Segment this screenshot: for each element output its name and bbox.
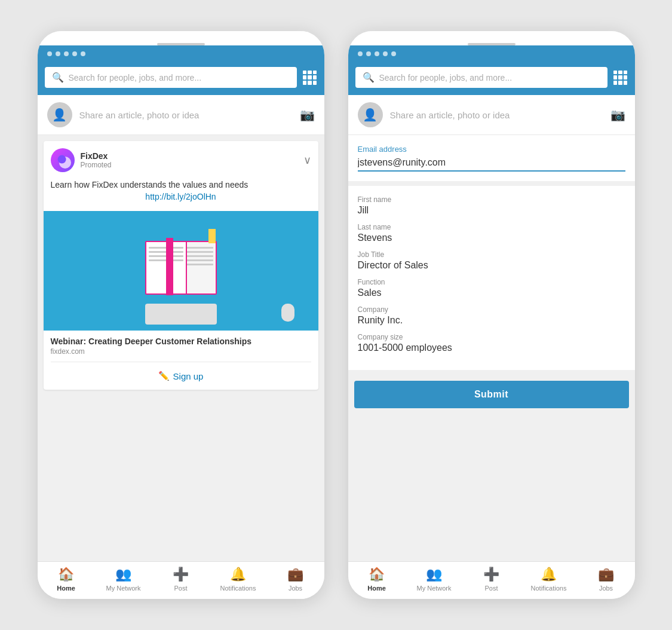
grid-dot bbox=[308, 71, 312, 75]
ad-card: FixDex Promoted ∨ Learn how FixDex under… bbox=[44, 141, 318, 390]
first-name-field: First name Jill bbox=[358, 195, 625, 216]
share-text-left[interactable]: Share an article, photo or idea bbox=[79, 110, 293, 120]
ad-bottom: Webinar: Creating Deeper Customer Relati… bbox=[44, 331, 318, 390]
nav-post-right[interactable]: ➕ Post bbox=[463, 567, 520, 592]
first-name-label: First name bbox=[358, 195, 625, 204]
nav-notifications-left[interactable]: 🔔 Notifications bbox=[210, 567, 267, 592]
nav-network-right[interactable]: 👥 My Network bbox=[406, 567, 463, 592]
grid-icon-left[interactable] bbox=[303, 71, 317, 85]
form-container: Email address First name Jill Last name … bbox=[348, 135, 635, 561]
grid-dot-r bbox=[624, 71, 628, 75]
grid-dot bbox=[303, 81, 307, 85]
nav-notifications-label-left: Notifications bbox=[220, 585, 256, 592]
function-label: Function bbox=[358, 278, 625, 286]
header-left: 🔍 Search for people, jobs, and more... bbox=[38, 62, 324, 95]
camera-icon-left[interactable]: 📷 bbox=[300, 108, 315, 122]
nav-network-label-right: My Network bbox=[416, 585, 451, 592]
chevron-down-icon[interactable]: ∨ bbox=[303, 154, 311, 167]
ad-company-name: FixDex bbox=[81, 151, 297, 161]
grid-dot bbox=[313, 75, 317, 79]
email-section: Email address bbox=[348, 135, 635, 181]
bell-icon-right: 🔔 bbox=[541, 567, 557, 582]
grid-dot-r bbox=[618, 81, 622, 85]
profile-section: First name Jill Last name Stevens Job Ti… bbox=[348, 186, 635, 370]
dot-1 bbox=[47, 51, 52, 56]
nav-network-label-left: My Network bbox=[106, 585, 140, 592]
bottom-nav-right: 🏠 Home 👥 My Network ➕ Post 🔔 Notificatio… bbox=[348, 561, 635, 599]
job-title-value: Director of Sales bbox=[358, 260, 625, 271]
nav-jobs-right[interactable]: 💼 Jobs bbox=[578, 567, 635, 592]
nav-jobs-label-left: Jobs bbox=[289, 585, 302, 592]
nav-notifications-label-right: Notifications bbox=[531, 585, 567, 592]
last-name-field: Last name Stevens bbox=[358, 223, 625, 243]
nav-post-left[interactable]: ➕ Post bbox=[152, 567, 210, 592]
nav-notifications-right[interactable]: 🔔 Notifications bbox=[520, 567, 578, 592]
ad-company-info: FixDex Promoted bbox=[81, 151, 297, 169]
post-icon-right: ➕ bbox=[483, 567, 499, 582]
search-placeholder-left: Search for people, jobs, and more... bbox=[69, 73, 290, 82]
grid-dot-r bbox=[624, 81, 628, 85]
nav-post-label-left: Post bbox=[174, 585, 187, 592]
nav-home-label-right: Home bbox=[367, 585, 386, 592]
phones-container: 🔍 Search for people, jobs, and more... 👤… bbox=[38, 31, 635, 599]
jobs-icon-left: 💼 bbox=[287, 567, 303, 582]
signup-label: Sign up bbox=[173, 371, 204, 381]
grid-dot bbox=[303, 71, 307, 75]
ad-signup-button[interactable]: ✏️ Sign up bbox=[51, 368, 311, 384]
submit-section: Submit bbox=[348, 375, 635, 414]
nav-jobs-left[interactable]: 💼 Jobs bbox=[267, 567, 324, 592]
camera-icon-right[interactable]: 📷 bbox=[610, 108, 625, 122]
company-value: Runity Inc. bbox=[358, 315, 625, 326]
left-phone: 🔍 Search for people, jobs, and more... 👤… bbox=[38, 31, 324, 599]
function-value: Sales bbox=[358, 288, 625, 298]
company-size-label: Company size bbox=[358, 333, 625, 341]
company-size-field: Company size 1001-5000 employees bbox=[358, 333, 625, 353]
network-icon-right: 👥 bbox=[426, 567, 442, 582]
function-field: Function Sales bbox=[358, 278, 625, 298]
share-bar-right: 👤 Share an article, photo or idea 📷 bbox=[348, 95, 635, 135]
home-icon-left: 🏠 bbox=[58, 567, 74, 582]
grid-dot-r bbox=[618, 75, 622, 79]
feed-left: FixDex Promoted ∨ Learn how FixDex under… bbox=[38, 135, 324, 561]
search-icon-right: 🔍 bbox=[363, 72, 375, 83]
grid-dot-r bbox=[613, 75, 618, 79]
jobs-icon-right: 💼 bbox=[598, 567, 614, 582]
share-text-right[interactable]: Share an article, photo or idea bbox=[390, 110, 603, 120]
avatar-face-right: 👤 bbox=[358, 102, 383, 127]
grid-dot bbox=[308, 81, 312, 85]
nav-home-left[interactable]: 🏠 Home bbox=[38, 567, 95, 592]
share-bar-left: 👤 Share an article, photo or idea 📷 bbox=[38, 95, 324, 135]
grid-dot bbox=[313, 71, 317, 75]
search-placeholder-right: Search for people, jobs, and more... bbox=[379, 73, 600, 82]
dot-r-4 bbox=[383, 51, 388, 56]
email-label: Email address bbox=[358, 145, 625, 154]
bottom-nav-left: 🏠 Home 👥 My Network ➕ Post 🔔 Notificatio… bbox=[38, 561, 324, 599]
ad-link[interactable]: http://bit.ly/2joOlHn bbox=[51, 191, 311, 203]
dot-r-3 bbox=[375, 51, 379, 56]
phone-top-right bbox=[348, 31, 635, 45]
search-bar-right[interactable]: 🔍 Search for people, jobs, and more... bbox=[355, 67, 607, 88]
submit-button[interactable]: Submit bbox=[354, 381, 629, 408]
ad-logo-dot bbox=[57, 155, 66, 164]
phone-dots-right bbox=[348, 45, 635, 62]
dot-2 bbox=[56, 51, 60, 56]
grid-icon-right[interactable] bbox=[613, 71, 628, 85]
nav-network-left[interactable]: 👥 My Network bbox=[95, 567, 152, 592]
nav-jobs-label-right: Jobs bbox=[599, 585, 613, 592]
nav-post-label-right: Post bbox=[484, 585, 498, 592]
search-icon-left: 🔍 bbox=[52, 72, 64, 83]
job-title-label: Job Title bbox=[358, 250, 625, 259]
email-input[interactable] bbox=[358, 157, 625, 168]
phone-top-left bbox=[38, 31, 324, 45]
dot-r-1 bbox=[358, 51, 363, 56]
nav-home-right[interactable]: 🏠 Home bbox=[348, 567, 406, 592]
home-icon-right: 🏠 bbox=[369, 567, 385, 582]
pencil-icon: ✏️ bbox=[158, 371, 170, 381]
company-field: Company Runity Inc. bbox=[358, 305, 625, 326]
nav-home-label-left: Home bbox=[57, 585, 75, 592]
post-icon-left: ➕ bbox=[173, 567, 189, 582]
search-bar-left[interactable]: 🔍 Search for people, jobs, and more... bbox=[45, 67, 297, 88]
bell-icon-left: 🔔 bbox=[230, 567, 246, 582]
first-name-value: Jill bbox=[358, 205, 625, 216]
book-spine bbox=[166, 238, 173, 295]
